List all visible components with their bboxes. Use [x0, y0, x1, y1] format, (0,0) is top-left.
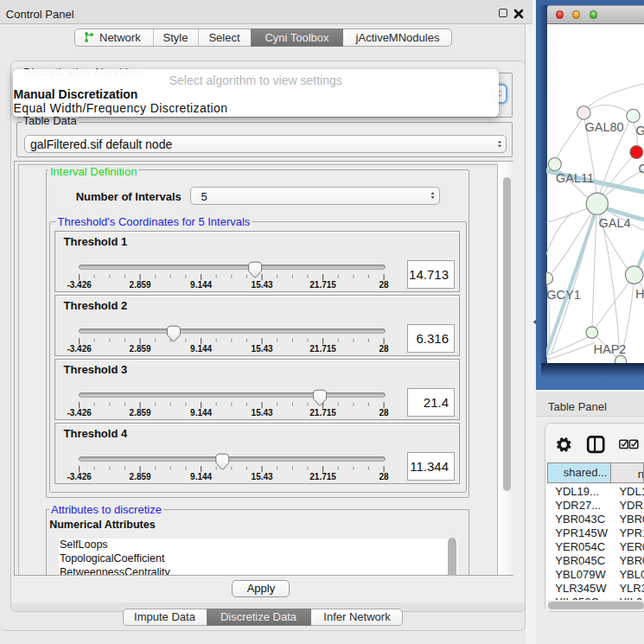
svg-text:GAL11: GAL11 [556, 171, 594, 185]
svg-text:-3.426: -3.426 [67, 279, 92, 289]
svg-text:15.43: 15.43 [252, 343, 273, 353]
svg-text:28: 28 [379, 471, 390, 481]
svg-text:9.144: 9.144 [190, 471, 212, 481]
svg-text:28: 28 [379, 407, 390, 417]
svg-text:15.43: 15.43 [252, 471, 273, 481]
svg-text:15.43: 15.43 [252, 279, 273, 289]
svg-text:-3.426: -3.426 [67, 343, 92, 353]
svg-text:28: 28 [379, 343, 390, 353]
svg-text:Threshold 3: Threshold 3 [64, 362, 128, 375]
svg-text:GAL4: GAL4 [599, 216, 631, 230]
svg-text:-3.426: -3.426 [67, 471, 92, 481]
svg-text:CD: CD [639, 162, 644, 175]
svg-text:Threshold 1: Threshold 1 [64, 234, 128, 247]
svg-text:GAL80: GAL80 [585, 120, 624, 134]
svg-text:2.859: 2.859 [130, 407, 151, 417]
svg-text:HI: HI [635, 287, 644, 301]
svg-text:21.715: 21.715 [309, 471, 336, 481]
svg-text:21.715: 21.715 [309, 407, 336, 417]
svg-text:GCY1: GCY1 [546, 288, 581, 302]
svg-text:GA: GA [636, 124, 644, 137]
svg-text:21.715: 21.715 [309, 343, 336, 353]
svg-text:21.715: 21.715 [309, 279, 336, 289]
svg-text:2.859: 2.859 [130, 343, 151, 353]
svg-text:Threshold 4: Threshold 4 [64, 426, 128, 439]
svg-text:2.859: 2.859 [130, 471, 151, 481]
svg-text:9.144: 9.144 [190, 279, 212, 289]
svg-text:15.43: 15.43 [252, 407, 273, 417]
svg-text:Threshold 2: Threshold 2 [64, 298, 128, 311]
svg-text:9.144: 9.144 [190, 407, 212, 417]
svg-text:HAP2: HAP2 [594, 342, 627, 356]
svg-text:28: 28 [379, 279, 390, 289]
svg-text:-3.426: -3.426 [67, 407, 92, 417]
svg-text:9.144: 9.144 [190, 343, 212, 353]
svg-text:2.859: 2.859 [130, 279, 151, 289]
